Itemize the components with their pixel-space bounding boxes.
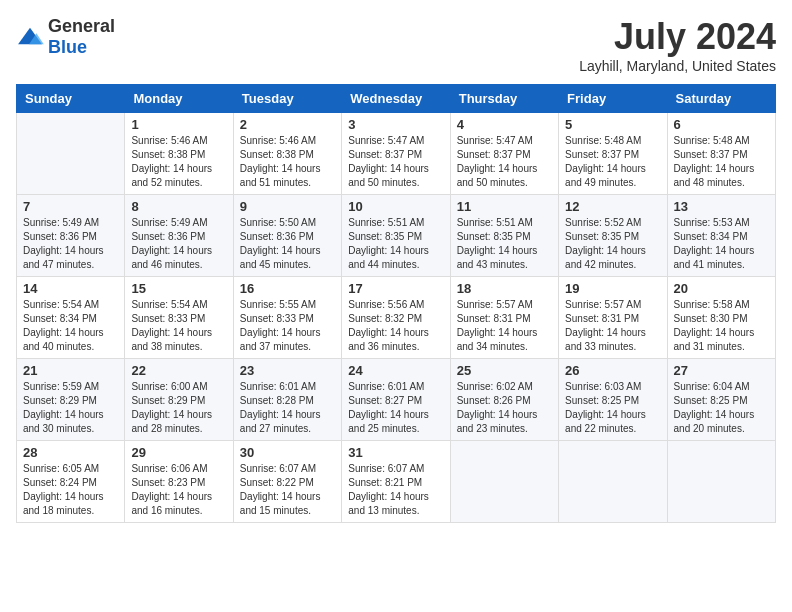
day-info: Sunrise: 5:59 AM Sunset: 8:29 PM Dayligh… — [23, 380, 118, 436]
day-number: 7 — [23, 199, 118, 214]
day-info: Sunrise: 5:53 AM Sunset: 8:34 PM Dayligh… — [674, 216, 769, 272]
day-number: 12 — [565, 199, 660, 214]
day-info: Sunrise: 5:57 AM Sunset: 8:31 PM Dayligh… — [457, 298, 552, 354]
day-of-week-header: Monday — [125, 85, 233, 113]
day-number: 31 — [348, 445, 443, 460]
day-info: Sunrise: 6:06 AM Sunset: 8:23 PM Dayligh… — [131, 462, 226, 518]
calendar-day-cell: 31Sunrise: 6:07 AM Sunset: 8:21 PM Dayli… — [342, 441, 450, 523]
calendar-day-cell: 19Sunrise: 5:57 AM Sunset: 8:31 PM Dayli… — [559, 277, 667, 359]
day-of-week-header: Saturday — [667, 85, 775, 113]
day-of-week-header: Tuesday — [233, 85, 341, 113]
day-number: 22 — [131, 363, 226, 378]
calendar-day-cell: 30Sunrise: 6:07 AM Sunset: 8:22 PM Dayli… — [233, 441, 341, 523]
day-info: Sunrise: 5:51 AM Sunset: 8:35 PM Dayligh… — [457, 216, 552, 272]
day-of-week-header: Wednesday — [342, 85, 450, 113]
day-info: Sunrise: 6:01 AM Sunset: 8:28 PM Dayligh… — [240, 380, 335, 436]
month-year-title: July 2024 — [579, 16, 776, 58]
calendar-day-cell: 17Sunrise: 5:56 AM Sunset: 8:32 PM Dayli… — [342, 277, 450, 359]
day-info: Sunrise: 5:55 AM Sunset: 8:33 PM Dayligh… — [240, 298, 335, 354]
day-number: 27 — [674, 363, 769, 378]
calendar-day-cell: 28Sunrise: 6:05 AM Sunset: 8:24 PM Dayli… — [17, 441, 125, 523]
calendar-day-cell: 12Sunrise: 5:52 AM Sunset: 8:35 PM Dayli… — [559, 195, 667, 277]
calendar-day-cell: 23Sunrise: 6:01 AM Sunset: 8:28 PM Dayli… — [233, 359, 341, 441]
calendar-week-row: 7Sunrise: 5:49 AM Sunset: 8:36 PM Daylig… — [17, 195, 776, 277]
day-number: 13 — [674, 199, 769, 214]
calendar-day-cell: 24Sunrise: 6:01 AM Sunset: 8:27 PM Dayli… — [342, 359, 450, 441]
day-number: 21 — [23, 363, 118, 378]
calendar-day-cell: 7Sunrise: 5:49 AM Sunset: 8:36 PM Daylig… — [17, 195, 125, 277]
calendar-day-cell: 11Sunrise: 5:51 AM Sunset: 8:35 PM Dayli… — [450, 195, 558, 277]
day-info: Sunrise: 5:48 AM Sunset: 8:37 PM Dayligh… — [565, 134, 660, 190]
calendar-day-cell: 29Sunrise: 6:06 AM Sunset: 8:23 PM Dayli… — [125, 441, 233, 523]
day-number: 8 — [131, 199, 226, 214]
day-number: 4 — [457, 117, 552, 132]
calendar-day-cell: 3Sunrise: 5:47 AM Sunset: 8:37 PM Daylig… — [342, 113, 450, 195]
day-info: Sunrise: 5:54 AM Sunset: 8:33 PM Dayligh… — [131, 298, 226, 354]
calendar-day-cell: 8Sunrise: 5:49 AM Sunset: 8:36 PM Daylig… — [125, 195, 233, 277]
calendar-day-cell: 16Sunrise: 5:55 AM Sunset: 8:33 PM Dayli… — [233, 277, 341, 359]
day-info: Sunrise: 5:47 AM Sunset: 8:37 PM Dayligh… — [457, 134, 552, 190]
day-info: Sunrise: 5:47 AM Sunset: 8:37 PM Dayligh… — [348, 134, 443, 190]
calendar-day-cell: 4Sunrise: 5:47 AM Sunset: 8:37 PM Daylig… — [450, 113, 558, 195]
day-info: Sunrise: 5:56 AM Sunset: 8:32 PM Dayligh… — [348, 298, 443, 354]
day-of-week-header: Sunday — [17, 85, 125, 113]
calendar-day-cell — [559, 441, 667, 523]
logo: General Blue — [16, 16, 115, 58]
day-number: 26 — [565, 363, 660, 378]
title-area: July 2024 Layhill, Maryland, United Stat… — [579, 16, 776, 74]
day-number: 14 — [23, 281, 118, 296]
day-info: Sunrise: 5:46 AM Sunset: 8:38 PM Dayligh… — [240, 134, 335, 190]
calendar-day-cell: 1Sunrise: 5:46 AM Sunset: 8:38 PM Daylig… — [125, 113, 233, 195]
calendar-day-cell: 26Sunrise: 6:03 AM Sunset: 8:25 PM Dayli… — [559, 359, 667, 441]
calendar-header-row: SundayMondayTuesdayWednesdayThursdayFrid… — [17, 85, 776, 113]
day-of-week-header: Thursday — [450, 85, 558, 113]
day-info: Sunrise: 5:48 AM Sunset: 8:37 PM Dayligh… — [674, 134, 769, 190]
day-of-week-header: Friday — [559, 85, 667, 113]
calendar-week-row: 1Sunrise: 5:46 AM Sunset: 8:38 PM Daylig… — [17, 113, 776, 195]
calendar-week-row: 14Sunrise: 5:54 AM Sunset: 8:34 PM Dayli… — [17, 277, 776, 359]
day-number: 28 — [23, 445, 118, 460]
day-info: Sunrise: 5:52 AM Sunset: 8:35 PM Dayligh… — [565, 216, 660, 272]
day-info: Sunrise: 5:46 AM Sunset: 8:38 PM Dayligh… — [131, 134, 226, 190]
calendar-day-cell: 18Sunrise: 5:57 AM Sunset: 8:31 PM Dayli… — [450, 277, 558, 359]
day-number: 11 — [457, 199, 552, 214]
day-number: 2 — [240, 117, 335, 132]
day-info: Sunrise: 5:49 AM Sunset: 8:36 PM Dayligh… — [23, 216, 118, 272]
day-number: 20 — [674, 281, 769, 296]
day-number: 15 — [131, 281, 226, 296]
day-info: Sunrise: 6:05 AM Sunset: 8:24 PM Dayligh… — [23, 462, 118, 518]
day-info: Sunrise: 6:04 AM Sunset: 8:25 PM Dayligh… — [674, 380, 769, 436]
day-number: 16 — [240, 281, 335, 296]
day-info: Sunrise: 5:50 AM Sunset: 8:36 PM Dayligh… — [240, 216, 335, 272]
day-number: 9 — [240, 199, 335, 214]
day-info: Sunrise: 6:02 AM Sunset: 8:26 PM Dayligh… — [457, 380, 552, 436]
day-info: Sunrise: 5:51 AM Sunset: 8:35 PM Dayligh… — [348, 216, 443, 272]
day-info: Sunrise: 6:07 AM Sunset: 8:21 PM Dayligh… — [348, 462, 443, 518]
day-number: 24 — [348, 363, 443, 378]
day-info: Sunrise: 6:00 AM Sunset: 8:29 PM Dayligh… — [131, 380, 226, 436]
day-info: Sunrise: 5:58 AM Sunset: 8:30 PM Dayligh… — [674, 298, 769, 354]
day-number: 29 — [131, 445, 226, 460]
logo-blue: Blue — [48, 37, 87, 57]
logo-general: General — [48, 16, 115, 36]
calendar-day-cell: 25Sunrise: 6:02 AM Sunset: 8:26 PM Dayli… — [450, 359, 558, 441]
calendar-day-cell: 10Sunrise: 5:51 AM Sunset: 8:35 PM Dayli… — [342, 195, 450, 277]
calendar-day-cell: 14Sunrise: 5:54 AM Sunset: 8:34 PM Dayli… — [17, 277, 125, 359]
calendar-day-cell: 13Sunrise: 5:53 AM Sunset: 8:34 PM Dayli… — [667, 195, 775, 277]
day-number: 18 — [457, 281, 552, 296]
day-number: 5 — [565, 117, 660, 132]
calendar-day-cell — [450, 441, 558, 523]
day-number: 17 — [348, 281, 443, 296]
logo-icon — [16, 26, 44, 48]
calendar-day-cell: 20Sunrise: 5:58 AM Sunset: 8:30 PM Dayli… — [667, 277, 775, 359]
calendar-day-cell — [17, 113, 125, 195]
day-info: Sunrise: 6:01 AM Sunset: 8:27 PM Dayligh… — [348, 380, 443, 436]
day-number: 19 — [565, 281, 660, 296]
page-header: General Blue July 2024 Layhill, Maryland… — [16, 16, 776, 74]
calendar-day-cell: 15Sunrise: 5:54 AM Sunset: 8:33 PM Dayli… — [125, 277, 233, 359]
calendar-day-cell — [667, 441, 775, 523]
day-number: 6 — [674, 117, 769, 132]
day-number: 23 — [240, 363, 335, 378]
calendar-day-cell: 6Sunrise: 5:48 AM Sunset: 8:37 PM Daylig… — [667, 113, 775, 195]
day-number: 25 — [457, 363, 552, 378]
